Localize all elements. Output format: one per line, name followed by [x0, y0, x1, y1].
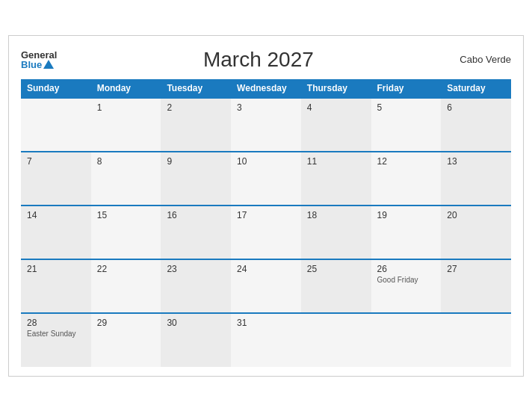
country-label: Cabo Verde: [460, 54, 511, 65]
day-cell: 4: [301, 98, 371, 152]
day-cell: 12: [371, 152, 442, 206]
week-row-3: 14 15 16 17 18 19 20: [21, 206, 511, 259]
day-cell: 30: [161, 313, 231, 367]
week-row-5: 28 Easter Sunday 29 30 31: [21, 313, 511, 367]
week-row-1: 1 2 3 4 5 6: [21, 98, 511, 152]
day-cell: 10: [231, 152, 301, 206]
day-cell: 27: [441, 259, 511, 313]
header-friday: Friday: [371, 79, 442, 98]
day-cell: 1: [91, 98, 161, 152]
logo-blue-text: Blue: [21, 60, 54, 69]
day-cell: 11: [301, 152, 371, 206]
week-row-4: 21 22 23 24 25 26 Good Friday 27: [21, 259, 511, 313]
day-cell: 8: [91, 152, 161, 206]
day-cell: 22: [91, 259, 161, 313]
logo-triangle-icon: [43, 60, 54, 69]
day-cell: 29: [91, 313, 161, 367]
day-cell: 13: [441, 152, 511, 206]
weekday-header-row: Sunday Monday Tuesday Wednesday Thursday…: [21, 79, 511, 98]
day-cell: 23: [161, 259, 231, 313]
day-cell: 6: [441, 98, 511, 152]
logo-general-text: General: [21, 50, 57, 60]
day-cell: [441, 313, 511, 367]
header-thursday: Thursday: [301, 79, 371, 98]
day-cell: 16: [161, 206, 231, 259]
header-saturday: Saturday: [441, 79, 511, 98]
header-wednesday: Wednesday: [231, 79, 301, 98]
calendar-container: General Blue March 2027 Cabo Verde Sunda…: [8, 35, 524, 377]
header-tuesday: Tuesday: [161, 79, 231, 98]
day-cell: 19: [371, 206, 442, 259]
day-cell: 3: [231, 98, 301, 152]
day-cell: 20: [441, 206, 511, 259]
header-monday: Monday: [91, 79, 161, 98]
day-cell: [301, 313, 371, 367]
day-cell: 9: [161, 152, 231, 206]
day-cell: 24: [231, 259, 301, 313]
day-cell: 14: [21, 206, 91, 259]
header-sunday: Sunday: [21, 79, 91, 98]
calendar-title: March 2027: [57, 48, 460, 72]
day-cell: 17: [231, 206, 301, 259]
day-cell: [21, 98, 91, 152]
day-cell-good-friday: 26 Good Friday: [371, 259, 442, 313]
day-cell: [371, 313, 442, 367]
day-cell: 5: [371, 98, 442, 152]
day-cell: 15: [91, 206, 161, 259]
calendar-header: General Blue March 2027 Cabo Verde: [21, 48, 511, 72]
day-cell: 25: [301, 259, 371, 313]
day-cell-easter: 28 Easter Sunday: [21, 313, 91, 367]
day-cell: 21: [21, 259, 91, 313]
calendar-grid: Sunday Monday Tuesday Wednesday Thursday…: [21, 79, 511, 367]
day-cell: 18: [301, 206, 371, 259]
day-cell: 31: [231, 313, 301, 367]
logo-area: General Blue: [21, 50, 57, 69]
day-cell: 7: [21, 152, 91, 206]
day-cell: 2: [161, 98, 231, 152]
week-row-2: 7 8 9 10 11 12 13: [21, 152, 511, 206]
